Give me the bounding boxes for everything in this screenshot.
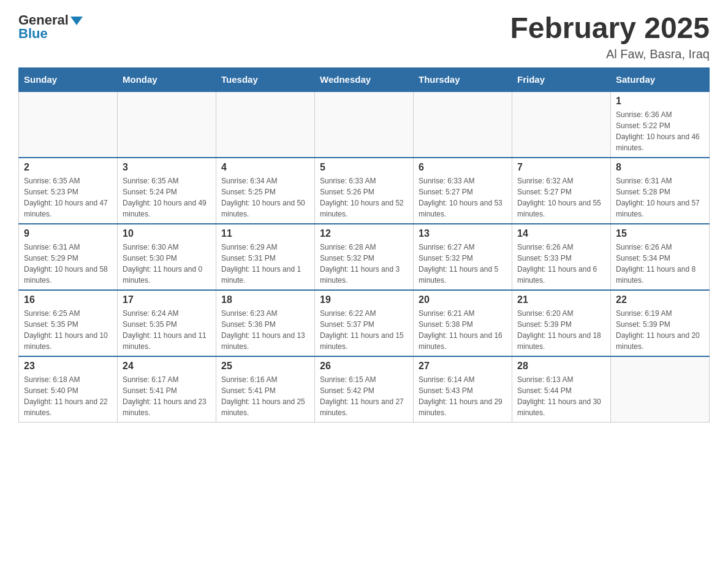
day-number: 11 [221, 228, 309, 239]
day-info: Sunrise: 6:26 AMSunset: 5:33 PMDaylight:… [517, 242, 605, 286]
calendar-day-cell: 17Sunrise: 6:24 AMSunset: 5:35 PMDayligh… [118, 290, 216, 356]
logo: General Blue [18, 12, 83, 42]
calendar-day-cell: 18Sunrise: 6:23 AMSunset: 5:36 PMDayligh… [216, 290, 315, 356]
day-info: Sunrise: 6:35 AMSunset: 5:24 PMDaylight:… [123, 175, 211, 220]
day-number: 27 [419, 361, 507, 372]
day-number: 28 [517, 361, 605, 372]
day-number: 15 [616, 228, 704, 239]
calendar-day-cell: 10Sunrise: 6:30 AMSunset: 5:30 PMDayligh… [118, 224, 216, 290]
month-title: February 2025 [510, 12, 710, 45]
day-number: 26 [320, 361, 408, 372]
day-number: 16 [24, 294, 112, 305]
calendar-day-cell: 3Sunrise: 6:35 AMSunset: 5:24 PMDaylight… [118, 158, 216, 224]
calendar-day-cell [512, 91, 611, 158]
calendar-week-row: 16Sunrise: 6:25 AMSunset: 5:35 PMDayligh… [19, 290, 710, 356]
day-number: 9 [24, 228, 112, 239]
calendar-day-cell [216, 91, 315, 158]
logo-arrow-icon [70, 17, 83, 25]
day-number: 6 [419, 162, 507, 173]
calendar-week-row: 23Sunrise: 6:18 AMSunset: 5:40 PMDayligh… [19, 356, 710, 423]
calendar-day-cell: 27Sunrise: 6:14 AMSunset: 5:43 PMDayligh… [414, 356, 512, 423]
calendar-day-cell: 20Sunrise: 6:21 AMSunset: 5:38 PMDayligh… [414, 290, 512, 356]
calendar-day-cell: 5Sunrise: 6:33 AMSunset: 5:26 PMDaylight… [315, 158, 414, 224]
day-number: 2 [24, 162, 112, 173]
calendar-day-cell: 13Sunrise: 6:27 AMSunset: 5:32 PMDayligh… [414, 224, 512, 290]
calendar-day-cell [414, 91, 512, 158]
logo-blue-text: Blue [18, 26, 48, 42]
calendar-day-cell: 11Sunrise: 6:29 AMSunset: 5:31 PMDayligh… [216, 224, 315, 290]
day-info: Sunrise: 6:30 AMSunset: 5:30 PMDaylight:… [123, 242, 211, 286]
calendar-week-row: 2Sunrise: 6:35 AMSunset: 5:23 PMDaylight… [19, 158, 710, 224]
day-info: Sunrise: 6:33 AMSunset: 5:26 PMDaylight:… [320, 175, 408, 220]
day-number: 19 [320, 294, 408, 305]
day-of-week-header: Tuesday [216, 67, 315, 91]
calendar-day-cell: 2Sunrise: 6:35 AMSunset: 5:23 PMDaylight… [19, 158, 118, 224]
day-info: Sunrise: 6:19 AMSunset: 5:39 PMDaylight:… [616, 308, 704, 352]
calendar-day-cell: 4Sunrise: 6:34 AMSunset: 5:25 PMDaylight… [216, 158, 315, 224]
day-info: Sunrise: 6:35 AMSunset: 5:23 PMDaylight:… [24, 175, 112, 220]
day-info: Sunrise: 6:16 AMSunset: 5:41 PMDaylight:… [221, 374, 309, 418]
calendar-day-cell: 16Sunrise: 6:25 AMSunset: 5:35 PMDayligh… [19, 290, 118, 356]
day-info: Sunrise: 6:28 AMSunset: 5:32 PMDaylight:… [320, 242, 408, 286]
day-info: Sunrise: 6:22 AMSunset: 5:37 PMDaylight:… [320, 308, 408, 352]
day-info: Sunrise: 6:32 AMSunset: 5:27 PMDaylight:… [517, 175, 605, 220]
days-of-week-row: SundayMondayTuesdayWednesdayThursdayFrid… [19, 67, 710, 91]
calendar-table: SundayMondayTuesdayWednesdayThursdayFrid… [18, 67, 710, 423]
day-number: 7 [517, 162, 605, 173]
calendar-day-cell: 23Sunrise: 6:18 AMSunset: 5:40 PMDayligh… [19, 356, 118, 423]
day-number: 12 [320, 228, 408, 239]
day-info: Sunrise: 6:27 AMSunset: 5:32 PMDaylight:… [419, 242, 507, 286]
day-info: Sunrise: 6:20 AMSunset: 5:39 PMDaylight:… [517, 308, 605, 352]
calendar-header: SundayMondayTuesdayWednesdayThursdayFrid… [19, 67, 710, 91]
day-of-week-header: Thursday [414, 67, 512, 91]
day-number: 24 [123, 361, 211, 372]
calendar-day-cell: 28Sunrise: 6:13 AMSunset: 5:44 PMDayligh… [512, 356, 611, 423]
day-info: Sunrise: 6:15 AMSunset: 5:42 PMDaylight:… [320, 374, 408, 418]
day-of-week-header: Saturday [611, 67, 710, 91]
calendar-day-cell: 6Sunrise: 6:33 AMSunset: 5:27 PMDaylight… [414, 158, 512, 224]
day-info: Sunrise: 6:31 AMSunset: 5:29 PMDaylight:… [24, 242, 112, 286]
calendar-day-cell [19, 91, 118, 158]
calendar-week-row: 1Sunrise: 6:36 AMSunset: 5:22 PMDaylight… [19, 91, 710, 158]
day-number: 20 [419, 294, 507, 305]
page-header: General Blue February 2025 Al Faw, Basra… [18, 12, 710, 61]
day-number: 22 [616, 294, 704, 305]
day-of-week-header: Friday [512, 67, 611, 91]
day-info: Sunrise: 6:18 AMSunset: 5:40 PMDaylight:… [24, 374, 112, 418]
day-number: 17 [123, 294, 211, 305]
day-number: 5 [320, 162, 408, 173]
calendar-day-cell: 7Sunrise: 6:32 AMSunset: 5:27 PMDaylight… [512, 158, 611, 224]
calendar-day-cell: 26Sunrise: 6:15 AMSunset: 5:42 PMDayligh… [315, 356, 414, 423]
day-info: Sunrise: 6:24 AMSunset: 5:35 PMDaylight:… [123, 308, 211, 352]
day-info: Sunrise: 6:26 AMSunset: 5:34 PMDaylight:… [616, 242, 704, 286]
day-number: 13 [419, 228, 507, 239]
day-number: 23 [24, 361, 112, 372]
day-info: Sunrise: 6:21 AMSunset: 5:38 PMDaylight:… [419, 308, 507, 352]
day-number: 25 [221, 361, 309, 372]
day-info: Sunrise: 6:29 AMSunset: 5:31 PMDaylight:… [221, 242, 309, 286]
day-info: Sunrise: 6:17 AMSunset: 5:41 PMDaylight:… [123, 374, 211, 418]
day-info: Sunrise: 6:25 AMSunset: 5:35 PMDaylight:… [24, 308, 112, 352]
day-number: 10 [123, 228, 211, 239]
calendar-day-cell [118, 91, 216, 158]
day-of-week-header: Monday [118, 67, 216, 91]
calendar-day-cell [611, 356, 710, 423]
calendar-day-cell: 15Sunrise: 6:26 AMSunset: 5:34 PMDayligh… [611, 224, 710, 290]
location-subtitle: Al Faw, Basra, Iraq [510, 47, 710, 61]
calendar-week-row: 9Sunrise: 6:31 AMSunset: 5:29 PMDaylight… [19, 224, 710, 290]
calendar-day-cell: 12Sunrise: 6:28 AMSunset: 5:32 PMDayligh… [315, 224, 414, 290]
calendar-day-cell [315, 91, 414, 158]
calendar-day-cell: 9Sunrise: 6:31 AMSunset: 5:29 PMDaylight… [19, 224, 118, 290]
day-info: Sunrise: 6:31 AMSunset: 5:28 PMDaylight:… [616, 175, 704, 220]
day-of-week-header: Sunday [19, 67, 118, 91]
day-info: Sunrise: 6:36 AMSunset: 5:22 PMDaylight:… [616, 109, 704, 153]
day-of-week-header: Wednesday [315, 67, 414, 91]
title-block: February 2025 Al Faw, Basra, Iraq [510, 12, 710, 61]
calendar-day-cell: 19Sunrise: 6:22 AMSunset: 5:37 PMDayligh… [315, 290, 414, 356]
calendar-day-cell: 21Sunrise: 6:20 AMSunset: 5:39 PMDayligh… [512, 290, 611, 356]
day-info: Sunrise: 6:23 AMSunset: 5:36 PMDaylight:… [221, 308, 309, 352]
day-info: Sunrise: 6:33 AMSunset: 5:27 PMDaylight:… [419, 175, 507, 220]
day-number: 8 [616, 162, 704, 173]
day-number: 1 [616, 96, 704, 107]
day-number: 18 [221, 294, 309, 305]
